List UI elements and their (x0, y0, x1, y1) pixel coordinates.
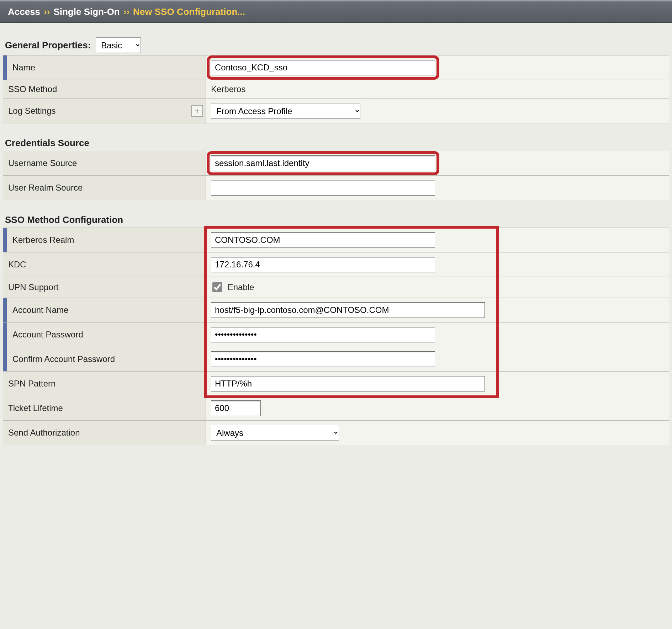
credentials-source-header: Credentials Source (0, 134, 672, 151)
breadcrumb-access[interactable]: Access (8, 6, 40, 17)
send-authorization-select[interactable]: Always (211, 425, 339, 441)
breadcrumb-current: New SSO Configuration... (133, 6, 245, 17)
general-properties-header: General Properties: Basic (0, 34, 672, 55)
breadcrumb-separator-icon: ›› (123, 6, 129, 17)
upn-support-field-cell: Enable (206, 277, 669, 298)
spn-pattern-label: SPN Pattern (3, 372, 206, 396)
account-password-input[interactable] (211, 327, 435, 342)
sso-method-config-title: SSO Method Configuration (5, 214, 123, 225)
user-realm-source-field-cell (206, 176, 669, 200)
breadcrumb-sso[interactable]: Single Sign-On (53, 6, 120, 17)
row-sso-method: SSO Method Kerberos (3, 80, 669, 99)
row-confirm-account-password: Confirm Account Password (3, 347, 669, 372)
breadcrumb: Access ›› Single Sign-On ›› New SSO Conf… (0, 0, 672, 23)
name-input[interactable] (211, 60, 435, 75)
row-kerberos-realm: Kerberos Realm (3, 228, 669, 252)
row-kdc: KDC (3, 252, 669, 277)
user-realm-source-label: User Realm Source (3, 176, 206, 200)
username-source-input[interactable] (211, 155, 435, 171)
sso-method-config-header: SSO Method Configuration (0, 211, 672, 228)
username-source-label: Username Source (3, 151, 206, 176)
upn-enable-label: Enable (228, 282, 254, 292)
sso-method-value: Kerberos (206, 80, 669, 99)
kerberos-realm-field-cell (206, 228, 669, 252)
row-name: Name (3, 55, 669, 80)
user-realm-source-input[interactable] (211, 180, 435, 196)
account-password-field-cell (206, 323, 669, 347)
row-user-realm-source: User Realm Source (3, 176, 669, 200)
kdc-field-cell (206, 252, 669, 277)
kerberos-realm-label: Kerberos Realm (3, 228, 206, 252)
row-ticket-lifetime: Ticket Lifetime (3, 396, 669, 421)
upn-enable-checkbox[interactable] (212, 282, 222, 292)
sso-method-label: SSO Method (3, 80, 206, 99)
account-name-input[interactable] (211, 302, 485, 318)
credentials-source-table: Username Source User Realm Source (3, 151, 669, 200)
ticket-lifetime-field-cell (206, 396, 669, 421)
confirm-account-password-label: Confirm Account Password (3, 347, 206, 372)
username-source-field-cell (206, 151, 669, 176)
row-upn-support: UPN Support Enable (3, 277, 669, 298)
general-mode-select[interactable]: Basic (96, 37, 141, 53)
log-settings-label-text: Log Settings (8, 106, 55, 116)
spn-pattern-input[interactable] (211, 376, 485, 391)
confirm-account-password-input[interactable] (211, 351, 435, 367)
general-properties-title: General Properties: (5, 40, 91, 51)
send-authorization-label: Send Authorization (3, 421, 206, 445)
row-account-name: Account Name (3, 298, 669, 323)
row-account-password: Account Password (3, 323, 669, 347)
ticket-lifetime-label: Ticket Lifetime (3, 396, 206, 421)
spn-pattern-field-cell (206, 372, 669, 396)
kdc-label: KDC (3, 252, 206, 277)
kerberos-realm-input[interactable] (211, 232, 435, 248)
breadcrumb-separator-icon: ›› (44, 6, 50, 17)
row-username-source: Username Source (3, 151, 669, 176)
row-send-authorization: Send Authorization Always (3, 421, 669, 445)
row-spn-pattern: SPN Pattern (3, 372, 669, 396)
sso-method-config-table: Kerberos Realm KDC UPN Support Enable (3, 228, 669, 445)
name-field-cell (206, 55, 669, 80)
row-log-settings: Log Settings + From Access Profile (3, 99, 669, 123)
log-settings-label: Log Settings + (3, 99, 206, 123)
account-password-label: Account Password (3, 323, 206, 347)
add-log-setting-button[interactable]: + (191, 105, 203, 117)
ticket-lifetime-input[interactable] (211, 400, 261, 416)
general-properties-table: Name SSO Method Kerberos Log Settings + … (3, 55, 669, 123)
log-settings-select[interactable]: From Access Profile (211, 103, 360, 119)
log-settings-field-cell: From Access Profile (206, 99, 669, 123)
name-label: Name (3, 55, 206, 80)
account-name-label: Account Name (3, 298, 206, 323)
account-name-field-cell (206, 298, 669, 323)
upn-support-label: UPN Support (3, 277, 206, 298)
credentials-source-title: Credentials Source (5, 138, 89, 149)
confirm-account-password-field-cell (206, 347, 669, 372)
kdc-input[interactable] (211, 257, 435, 272)
send-authorization-field-cell: Always (206, 421, 669, 445)
